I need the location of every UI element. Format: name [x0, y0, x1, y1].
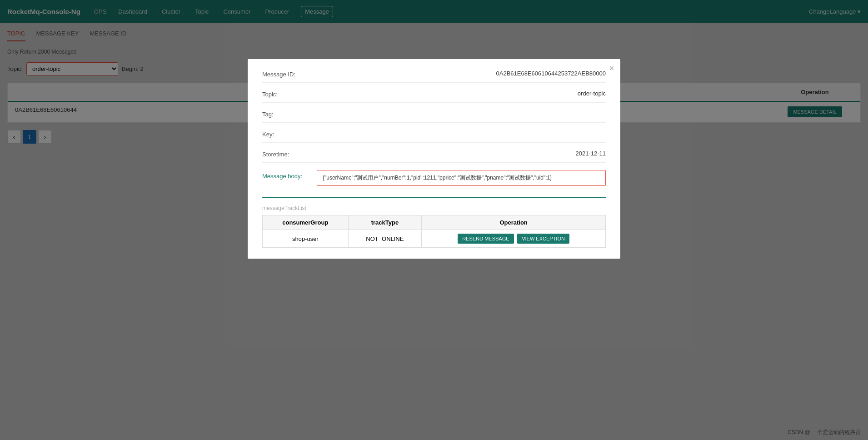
message-detail-modal: × Message ID: 0A2B61E68E60610644253722AE… — [248, 59, 620, 151]
modal-field-key: Key: — [262, 130, 606, 143]
field-label-topic: Topic: — [262, 90, 317, 98]
field-value-storetime: 2021-12-11 — [317, 150, 606, 151]
modal-field-storetime: Storetime: 2021-12-11 — [262, 150, 606, 151]
modal-field-topic: Topic: order-topic — [262, 90, 606, 103]
modal-field-tag: Tag: — [262, 110, 606, 123]
field-value-message-id: 0A2B61E68E60610644253722AEB80000 — [317, 70, 606, 77]
modal-close-button[interactable]: × — [609, 64, 614, 73]
field-label-message-id: Message ID: — [262, 70, 317, 78]
modal-overlay: × Message ID: 0A2B61E68E60610644253722AE… — [0, 0, 868, 151]
modal-field-message-id: Message ID: 0A2B61E68E60610644253722AEB8… — [262, 70, 606, 83]
field-value-topic: order-topic — [317, 90, 606, 97]
field-label-tag: Tag: — [262, 110, 317, 118]
field-label-key: Key: — [262, 130, 317, 138]
field-label-storetime: Storetime: — [262, 150, 317, 151]
